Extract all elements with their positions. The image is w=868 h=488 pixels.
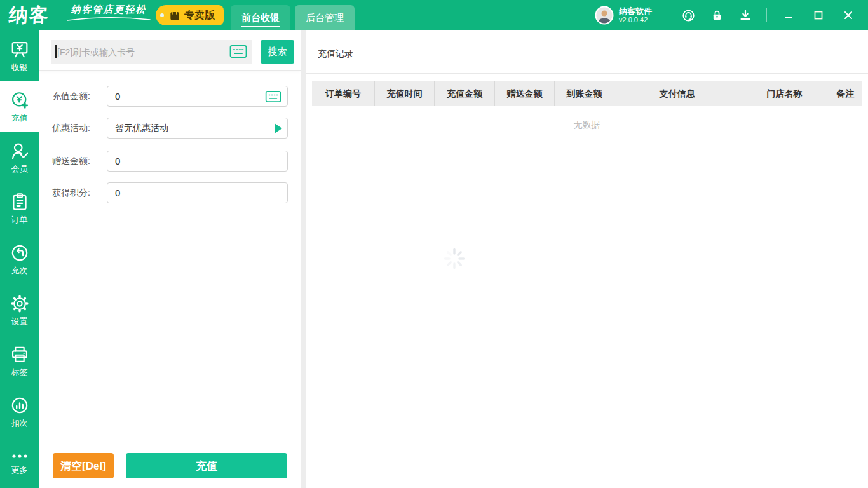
recharge-amount-label: 充值金额: bbox=[52, 86, 90, 107]
promotion-label: 优惠活动: bbox=[52, 118, 90, 139]
shopping-bag-icon bbox=[168, 9, 181, 22]
sidebar-item-label: 更多 bbox=[11, 464, 28, 476]
recharge-icon bbox=[10, 90, 30, 111]
panel-divider bbox=[306, 73, 868, 74]
minimize-icon[interactable] bbox=[780, 7, 797, 24]
sidebar-item-member[interactable]: 会员 bbox=[0, 132, 39, 183]
card-search-row: 搜索 bbox=[39, 30, 301, 70]
badge-label: 专卖版 bbox=[184, 9, 215, 22]
recharge-records-panel: 充值记录 订单编号 充值时间 充值金额 赠送金额 到账金额 支付信息 门店名称 … bbox=[306, 30, 868, 488]
panel-gap bbox=[301, 30, 306, 488]
slogan-underline bbox=[65, 17, 153, 22]
deduct-times-icon bbox=[10, 395, 30, 416]
app-logo: 纳客 bbox=[8, 3, 51, 29]
support-icon[interactable] bbox=[681, 8, 696, 23]
maximize-icon[interactable] bbox=[810, 7, 827, 24]
badge-hole bbox=[160, 13, 164, 17]
column-header: 到账金额 bbox=[555, 81, 614, 106]
sidebar-item-recharge[interactable]: 充值 bbox=[0, 81, 39, 132]
column-header: 门店名称 bbox=[740, 81, 829, 106]
column-header: 订单编号 bbox=[312, 81, 375, 106]
lock-icon[interactable] bbox=[709, 8, 724, 23]
sidebar-item-label: 设置 bbox=[11, 316, 28, 327]
points-input[interactable] bbox=[107, 183, 287, 203]
bonus-amount-input[interactable] bbox=[107, 151, 287, 171]
avatar bbox=[595, 6, 614, 25]
sidebar-item-label-print[interactable]: 标签 bbox=[0, 336, 39, 386]
sidebar-item-label: 会员 bbox=[11, 163, 28, 175]
recharge-times-icon bbox=[10, 243, 30, 263]
bonus-amount-label: 赠送金额: bbox=[52, 151, 90, 172]
recharge-amount-row: 充值金额: bbox=[39, 86, 301, 107]
recharge-panel: 搜索 充值金额: 优惠活动: 暂无优惠活动 赠送金额: bbox=[39, 30, 301, 488]
nake-pos-app: 纳客 纳客管店更轻松 专卖版 前台收银 后台管理 bbox=[0, 0, 868, 488]
column-header: 充值时间 bbox=[375, 81, 435, 106]
tab-front-cashier[interactable]: 前台收银 bbox=[231, 5, 290, 30]
bonus-amount-row: 赠送金额: bbox=[39, 151, 301, 172]
points-row: 获得积分: bbox=[39, 182, 301, 203]
sidebar-nav: 收银 充值 会员 订单 bbox=[0, 30, 39, 488]
recharge-submit-button[interactable]: 充值 bbox=[126, 453, 287, 478]
tab-back-office[interactable]: 后台管理 bbox=[295, 5, 355, 30]
slogan-text: 纳客管店更轻松 bbox=[71, 4, 147, 15]
sidebar-item-label: 充次 bbox=[11, 265, 28, 276]
edition-badge: 专卖版 bbox=[156, 5, 224, 25]
topbar-divider bbox=[667, 8, 667, 22]
more-icon bbox=[10, 450, 30, 463]
card-search-box bbox=[51, 40, 252, 64]
user-name: 纳客软件 bbox=[619, 6, 652, 16]
sidebar-item-more[interactable]: 更多 bbox=[0, 437, 39, 488]
column-header: 赠送金额 bbox=[495, 81, 555, 106]
loading-spinner-icon bbox=[443, 247, 466, 270]
recharge-amount-input[interactable] bbox=[107, 86, 287, 106]
promotion-select[interactable]: 暂无优惠活动 bbox=[107, 118, 288, 139]
app-version: v2.0.0.42 bbox=[619, 16, 652, 24]
download-icon[interactable] bbox=[738, 8, 753, 23]
sidebar-item-deduct-times[interactable]: 扣次 bbox=[0, 386, 39, 437]
column-header: 充值金额 bbox=[435, 81, 495, 106]
clear-button[interactable]: 清空[Del] bbox=[53, 453, 114, 478]
sidebar-item-cashier[interactable]: 收银 bbox=[0, 30, 39, 81]
sidebar-item-recharge-times[interactable]: 充次 bbox=[0, 234, 39, 285]
points-label: 获得积分: bbox=[52, 182, 90, 203]
search-button[interactable]: 搜索 bbox=[261, 40, 294, 64]
cashier-icon bbox=[10, 39, 30, 60]
column-header: 备注 bbox=[829, 81, 862, 106]
sidebar-item-label: 充值 bbox=[11, 112, 28, 124]
settings-icon bbox=[10, 294, 30, 314]
keyboard-icon[interactable] bbox=[265, 90, 281, 103]
sidebar-item-label: 标签 bbox=[11, 367, 28, 378]
user-block[interactable]: 纳客软件 v2.0.0.42 bbox=[595, 6, 652, 25]
close-icon[interactable] bbox=[840, 7, 857, 24]
topbar-right-controls: 纳客软件 v2.0.0.42 bbox=[595, 0, 857, 30]
empty-state-text: 无数据 bbox=[312, 119, 862, 131]
order-icon bbox=[10, 192, 30, 212]
promotion-row: 优惠活动: 暂无优惠活动 bbox=[39, 118, 301, 139]
triangle-right-icon[interactable] bbox=[275, 123, 282, 133]
topbar: 纳客 纳客管店更轻松 专卖版 前台收银 后台管理 bbox=[0, 0, 868, 30]
records-title: 充值记录 bbox=[318, 48, 353, 60]
label-print-icon bbox=[10, 344, 30, 365]
records-table-header: 订单编号 充值时间 充值金额 赠送金额 到账金额 支付信息 门店名称 备注 bbox=[312, 81, 862, 106]
member-icon bbox=[10, 141, 30, 161]
slogan: 纳客管店更轻松 bbox=[65, 4, 153, 22]
panel-divider bbox=[39, 442, 301, 442]
main-tabs: 前台收银 后台管理 bbox=[231, 5, 355, 30]
column-header: 支付信息 bbox=[614, 81, 740, 106]
sidebar-item-label: 订单 bbox=[11, 214, 28, 226]
sidebar-item-orders[interactable]: 订单 bbox=[0, 183, 39, 234]
promotion-value: 暂无优惠活动 bbox=[115, 118, 168, 138]
sidebar-item-label: 收银 bbox=[11, 62, 28, 73]
keyboard-icon[interactable] bbox=[229, 44, 247, 58]
sidebar-item-settings[interactable]: 设置 bbox=[0, 285, 39, 336]
card-search-input[interactable] bbox=[51, 40, 252, 64]
topbar-divider bbox=[766, 8, 767, 22]
sidebar-item-label: 扣次 bbox=[11, 417, 28, 429]
